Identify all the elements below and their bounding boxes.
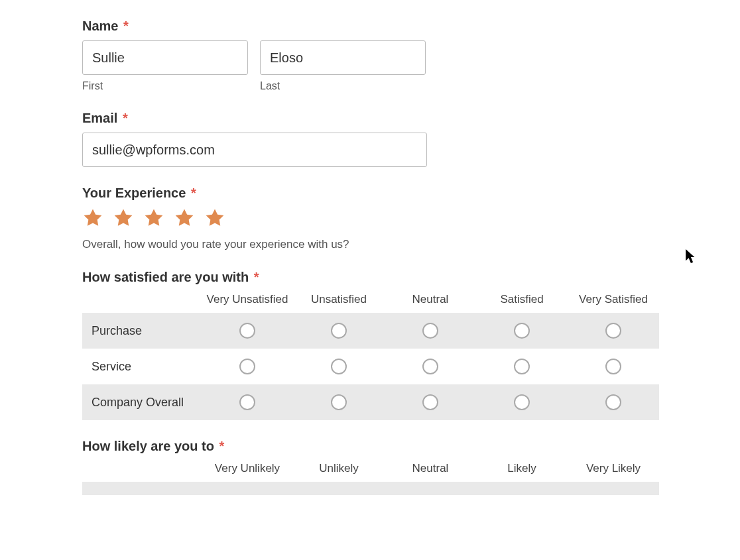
- radio-button[interactable]: [514, 359, 530, 374]
- radio-button[interactable]: [605, 323, 621, 339]
- star-rating[interactable]: [82, 207, 660, 229]
- radio-button[interactable]: [331, 359, 347, 374]
- matrix-row-label: Company Overall: [82, 389, 202, 416]
- experience-label: Your Experience *: [82, 186, 660, 201]
- radio-button[interactable]: [239, 359, 255, 374]
- likelihood-field: How likely are you to * Very UnlikelyUnl…: [82, 439, 660, 495]
- matrix-cell: [476, 323, 568, 339]
- radio-button[interactable]: [514, 394, 530, 410]
- experience-label-text: Your Experience: [82, 186, 186, 200]
- email-input[interactable]: [82, 133, 427, 167]
- name-field: Name * First Last: [82, 19, 660, 92]
- matrix-header: Very UnsatisfiedUnsatisfiedNeutralSatisf…: [82, 293, 659, 313]
- star-icon[interactable]: [174, 207, 195, 229]
- radio-button[interactable]: [331, 323, 347, 339]
- matrix-row: Service: [82, 349, 659, 384]
- matrix-column-header: Neutral: [385, 293, 476, 306]
- satisfaction-label-text: How satisfied are you with: [82, 270, 249, 284]
- required-marker: *: [254, 270, 259, 284]
- radio-button[interactable]: [239, 394, 255, 410]
- name-label-text: Name: [82, 19, 118, 33]
- matrix-cell: [202, 323, 293, 339]
- matrix-column-header: Likely: [476, 462, 568, 475]
- matrix-cell: [293, 394, 385, 410]
- last-name-input[interactable]: [260, 40, 426, 75]
- experience-field: Your Experience * Overall, how would you…: [82, 186, 660, 251]
- radio-button[interactable]: [422, 394, 438, 410]
- matrix-cell: [385, 394, 476, 410]
- matrix-row-label: Service: [82, 353, 202, 380]
- email-field: Email *: [82, 111, 660, 167]
- matrix-column-header: Unlikely: [293, 462, 385, 475]
- matrix-column-header: Very Unlikely: [202, 462, 293, 475]
- required-marker: *: [219, 439, 225, 453]
- first-name-input[interactable]: [82, 40, 248, 75]
- star-icon[interactable]: [204, 207, 225, 229]
- matrix-cell: [568, 359, 659, 374]
- radio-button[interactable]: [422, 323, 438, 339]
- matrix-cell: [385, 323, 476, 339]
- matrix-column-header: Very Unsatisfied: [202, 293, 293, 306]
- matrix-column-header: Neutral: [385, 462, 476, 475]
- matrix-cell: [476, 394, 568, 410]
- matrix-cell: [385, 359, 476, 374]
- matrix-cell: [568, 394, 659, 410]
- matrix-row: Purchase: [82, 313, 659, 349]
- matrix-column-header: Satisfied: [476, 293, 568, 306]
- satisfaction-field: How satisfied are you with * Very Unsati…: [82, 270, 660, 420]
- required-marker: *: [123, 111, 128, 125]
- radio-button[interactable]: [605, 394, 621, 410]
- last-name-sublabel: Last: [260, 80, 426, 92]
- first-name-sublabel: First: [82, 80, 248, 92]
- required-marker: *: [191, 186, 196, 200]
- likelihood-matrix: Very UnlikelyUnlikelyNeutralLikelyVery L…: [82, 462, 659, 495]
- required-marker: *: [123, 19, 129, 33]
- matrix-cell: [202, 359, 293, 374]
- matrix-row: [82, 482, 659, 495]
- radio-button[interactable]: [239, 323, 255, 339]
- matrix-row-label: Purchase: [82, 317, 202, 345]
- radio-button[interactable]: [514, 323, 530, 339]
- likelihood-label: How likely are you to *: [82, 439, 660, 454]
- matrix-row: Company Overall: [82, 384, 659, 420]
- matrix-cell: [293, 323, 385, 339]
- star-icon[interactable]: [82, 207, 103, 229]
- star-icon[interactable]: [143, 207, 164, 229]
- radio-button[interactable]: [422, 359, 438, 374]
- matrix-column-header: Unsatisfied: [293, 293, 385, 306]
- matrix-column-header: Very Likely: [568, 462, 659, 475]
- survey-form: Name * First Last Email * Your Experienc…: [0, 0, 660, 495]
- email-label-text: Email: [82, 111, 117, 125]
- cursor-icon: [686, 249, 698, 264]
- matrix-header: Very UnlikelyUnlikelyNeutralLikelyVery L…: [82, 462, 659, 482]
- radio-button[interactable]: [331, 394, 347, 410]
- matrix-row-label: [82, 482, 202, 495]
- matrix-cell: [293, 359, 385, 374]
- likelihood-label-text: How likely are you to: [82, 439, 214, 453]
- matrix-cell: [476, 359, 568, 374]
- matrix-cell: [202, 394, 293, 410]
- name-label: Name *: [82, 19, 660, 34]
- star-icon[interactable]: [113, 207, 134, 229]
- satisfaction-matrix: Very UnsatisfiedUnsatisfiedNeutralSatisf…: [82, 293, 659, 420]
- radio-button[interactable]: [605, 359, 621, 374]
- satisfaction-label: How satisfied are you with *: [82, 270, 660, 285]
- matrix-column-header: Very Satisfied: [568, 293, 659, 306]
- matrix-cell: [568, 323, 659, 339]
- email-label: Email *: [82, 111, 660, 126]
- experience-description: Overall, how would you rate your experie…: [82, 238, 660, 251]
